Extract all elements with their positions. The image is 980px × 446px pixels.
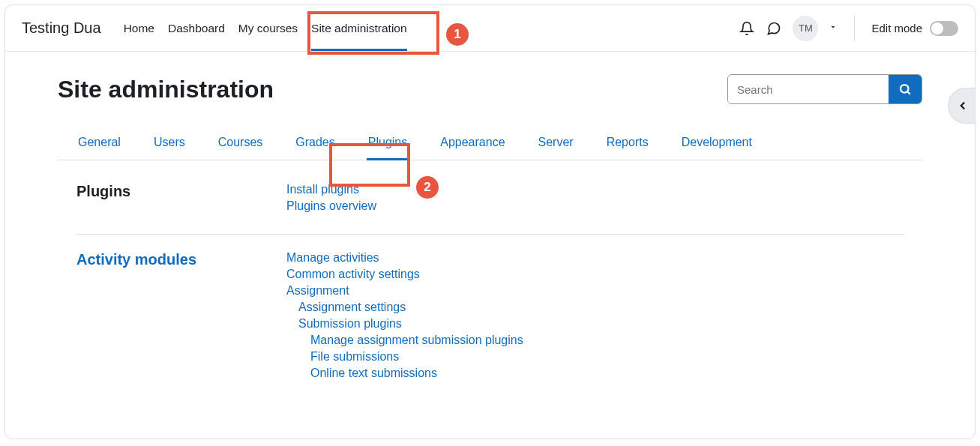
search-button[interactable] xyxy=(889,75,922,103)
primary-nav: Home Dashboard My courses Site administr… xyxy=(124,5,407,51)
user-avatar[interactable]: TM xyxy=(793,16,818,41)
edit-mode-toggle[interactable] xyxy=(930,21,958,36)
nav-my-courses[interactable]: My courses xyxy=(238,5,298,51)
search-input[interactable] xyxy=(728,75,889,103)
top-bar: Testing Dua Home Dashboard My courses Si… xyxy=(5,5,975,52)
section-title-activity-modules[interactable]: Activity modules xyxy=(76,251,286,380)
tab-plugins[interactable]: Plugins xyxy=(367,127,409,160)
page-title: Site administration xyxy=(58,76,274,103)
tab-reports[interactable]: Reports xyxy=(605,127,650,160)
user-menu-toggle[interactable] xyxy=(829,22,838,34)
nav-site-administration[interactable]: Site administration xyxy=(311,5,407,51)
site-brand[interactable]: Testing Dua xyxy=(22,19,101,37)
tab-server[interactable]: Server xyxy=(537,127,575,160)
edit-mode-control: Edit mode xyxy=(871,21,958,36)
link-file-submissions[interactable]: File submissions xyxy=(286,350,523,364)
nav-home[interactable]: Home xyxy=(124,5,154,51)
link-common-activity-settings[interactable]: Common activity settings xyxy=(286,268,523,281)
svg-point-0 xyxy=(901,85,909,93)
admin-subtabs: General Users Courses Grades Plugins App… xyxy=(58,127,922,160)
divider xyxy=(854,16,855,41)
link-submission-plugins[interactable]: Submission plugins xyxy=(286,317,523,331)
tab-users[interactable]: Users xyxy=(152,127,187,160)
tab-courses[interactable]: Courses xyxy=(217,127,265,160)
link-plugins-overview[interactable]: Plugins overview xyxy=(286,199,376,213)
section-title-plugins: Plugins xyxy=(76,183,286,213)
link-assignment-settings[interactable]: Assignment settings xyxy=(286,301,523,314)
notifications-icon[interactable] xyxy=(739,20,755,37)
tab-grades[interactable]: Grades xyxy=(294,127,336,160)
section-plugins: Plugins Install plugins Plugins overview xyxy=(76,183,904,235)
admin-search xyxy=(727,74,922,104)
tab-general[interactable]: General xyxy=(76,127,122,160)
tab-appearance[interactable]: Appearance xyxy=(439,127,506,160)
link-manage-assignment-submission-plugins[interactable]: Manage assignment submission plugins xyxy=(286,334,523,347)
link-online-text-submissions[interactable]: Online text submissions xyxy=(286,367,523,380)
link-manage-activities[interactable]: Manage activities xyxy=(286,251,523,265)
tab-development[interactable]: Development xyxy=(680,127,754,160)
link-install-plugins[interactable]: Install plugins xyxy=(286,183,376,196)
section-activity-modules: Activity modules Manage activities Commo… xyxy=(76,251,904,401)
nav-dashboard[interactable]: Dashboard xyxy=(168,5,225,51)
messages-icon[interactable] xyxy=(766,20,782,37)
link-assignment[interactable]: Assignment xyxy=(286,284,523,298)
edit-mode-label: Edit mode xyxy=(871,22,922,34)
top-right-controls: TM Edit mode xyxy=(739,16,958,41)
